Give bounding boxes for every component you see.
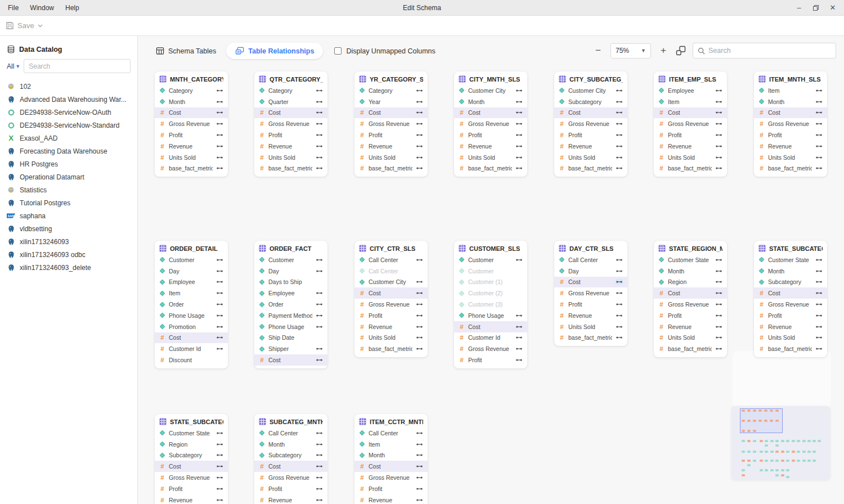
table-card-header[interactable]: STATE_REGION_M... [654,241,727,254]
table-column[interactable]: #Units Sold [155,152,228,163]
table-column[interactable]: #Cost [155,461,228,472]
mapping-icon[interactable] [416,464,423,469]
table-column[interactable]: #Profit [155,483,228,494]
mapping-icon[interactable] [416,497,423,503]
table-column[interactable]: Call Center [554,254,627,266]
menu-file[interactable]: File [3,2,23,14]
table-column[interactable]: Order [155,299,228,310]
mapping-icon[interactable] [715,257,722,263]
table-column[interactable]: Day [554,266,627,277]
mapping-icon[interactable] [815,132,823,138]
table-column[interactable]: #Gross Revenue [454,343,527,354]
mapping-icon[interactable] [316,302,323,307]
mapping-icon[interactable] [216,302,223,307]
mapping-icon[interactable] [416,290,423,296]
table-column[interactable]: #Cost [254,107,327,119]
table-card[interactable]: STATE_SUBCATEG...Customer StateMonthSubc… [754,241,827,357]
table-column[interactable]: #Gross Revenue [254,118,327,129]
mapping-icon[interactable] [316,357,323,363]
table-column[interactable]: #Profit [454,129,527,141]
catalog-filter-dropdown[interactable]: All ▼ [7,62,20,70]
mapping-icon[interactable] [715,324,722,330]
table-column[interactable]: #Gross Revenue [155,118,228,129]
table-column[interactable]: Employee [155,277,228,288]
mapping-icon[interactable] [715,143,722,149]
mapping-icon[interactable] [316,155,323,160]
table-column[interactable]: #Revenue [554,310,627,321]
mapping-icon[interactable] [316,475,323,480]
table-column[interactable]: #Gross Revenue [754,299,827,310]
table-column[interactable]: #Customer Id [155,343,228,354]
tab-schema-tables[interactable]: Schema Tables [150,43,222,59]
mapping-icon[interactable] [216,99,223,105]
table-column[interactable]: #Units Sold [454,152,527,163]
table-column[interactable]: #Cost [155,107,228,119]
table-column[interactable]: #base_fact_metric [754,163,827,174]
table-column[interactable]: Call Center [354,428,428,439]
table-column[interactable]: Category [354,85,428,96]
mapping-icon[interactable] [815,324,823,330]
mapping-icon[interactable] [416,346,423,352]
table-column[interactable]: Item [754,85,827,96]
mapping-icon[interactable] [616,110,623,115]
table-column[interactable]: Subcategory [254,450,327,461]
mapping-icon[interactable] [216,335,223,340]
mapping-icon[interactable] [216,121,223,127]
table-card-header[interactable]: SUBCATEG_MNTH_... [254,414,327,428]
table-column[interactable]: Phone Usage [155,310,228,321]
auto-layout-button[interactable] [676,46,686,56]
mapping-icon[interactable] [416,302,423,307]
mapping-icon[interactable] [616,88,623,93]
mapping-icon[interactable] [216,324,223,330]
mapping-icon[interactable] [616,302,623,307]
table-column[interactable]: #Profit [354,129,428,141]
table-column[interactable]: #Gross Revenue [354,472,428,483]
table-column[interactable]: #Profit [254,129,327,141]
table-column[interactable]: #Gross Revenue [354,118,428,129]
mapping-icon[interactable] [715,110,722,115]
mapping-icon[interactable] [416,257,423,263]
mapping-icon[interactable] [515,132,523,138]
mapping-icon[interactable] [316,132,323,138]
table-card-header[interactable]: DAY_CTR_SLS [554,241,627,254]
mapping-icon[interactable] [616,324,623,330]
mapping-icon[interactable] [316,165,323,171]
table-column[interactable]: #Cost [454,321,527,332]
table-column[interactable]: Subcategory [754,277,827,288]
mapping-icon[interactable] [216,464,223,469]
mapping-icon[interactable] [616,335,623,340]
table-column[interactable]: #Revenue [754,141,827,152]
table-card[interactable]: CITY_CTR_SLSCall CenterCall CenterCustom… [354,241,428,357]
mapping-icon[interactable] [715,88,722,93]
mapping-icon[interactable] [416,324,423,330]
menu-help[interactable]: Help [61,2,84,14]
mapping-icon[interactable] [616,279,623,285]
table-card-header[interactable]: ITEM_EMP_SLS [654,71,727,85]
table-column[interactable]: Employee [254,287,327,299]
table-card[interactable]: QTR_CATEGORY_S...CategoryQuarter#Cost#Gr… [254,71,327,177]
table-card-header[interactable]: ORDER_DETAIL [155,241,228,254]
table-column[interactable]: #Cost [354,107,428,119]
canvas-search-input[interactable] [708,47,831,55]
table-column[interactable]: Customer State [654,254,727,266]
mapping-icon[interactable] [616,290,623,296]
mapping-icon[interactable] [715,268,722,274]
catalog-item[interactable]: 102 [0,80,137,93]
mapping-icon[interactable] [815,335,823,340]
mapping-icon[interactable] [416,486,423,492]
mapping-icon[interactable] [216,430,223,436]
table-column[interactable]: Region [654,277,727,288]
mapping-icon[interactable] [216,143,223,149]
mapping-icon[interactable] [416,430,423,436]
table-card[interactable]: SUBCATEG_MNTH_...Call CenterMonthSubcate… [254,414,327,504]
mapping-icon[interactable] [515,143,523,149]
table-card-header[interactable]: ITEM_CCTR_MNTH... [354,414,428,428]
catalog-item[interactable]: Tutorial Postgres [0,196,137,209]
table-column[interactable]: #Cost [654,107,727,119]
table-column[interactable]: #Discount [155,354,228,366]
mapping-icon[interactable] [416,475,423,480]
table-column[interactable]: Phone Usage [454,310,527,321]
table-card[interactable]: STATE_SUBCATEG...Customer StateRegionSub… [155,414,228,504]
mapping-icon[interactable] [316,290,323,296]
table-column[interactable]: Day [254,266,327,277]
